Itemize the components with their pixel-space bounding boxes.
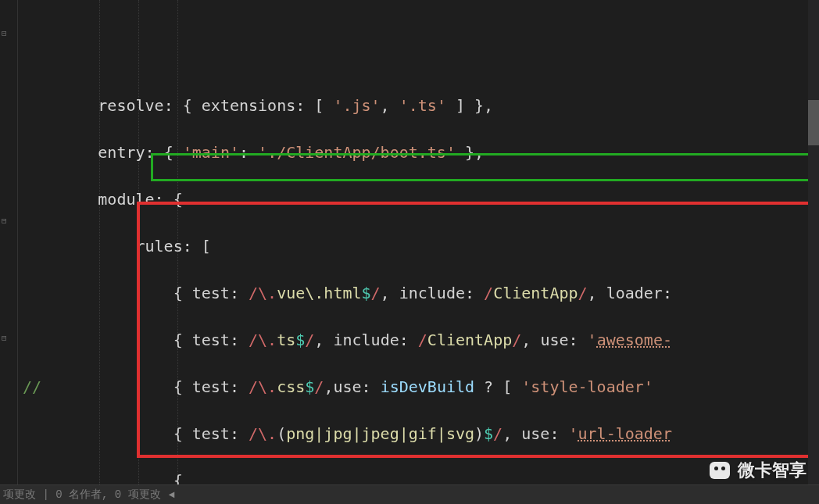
code-line: module: { [23, 188, 672, 211]
code-lines: resolve: { extensions: [ '.js', '.ts' ] … [23, 94, 672, 484]
scroll-left-icon[interactable]: ◄ [167, 489, 177, 501]
fold-marker[interactable]: ⊟ [2, 216, 7, 226]
code-editor[interactable]: ⊟ ⊟ ⊟ resolve: { extensions: [ '.js', '.… [0, 0, 819, 484]
gutter: ⊟ ⊟ ⊟ [0, 0, 18, 484]
watermark-text: 微卡智享 [738, 459, 806, 482]
code-line: // { test: /\.css$/,use: isDevBuild ? [ … [23, 375, 672, 399]
fold-marker[interactable]: ⊟ [2, 28, 7, 38]
code-line: rules: [ [23, 234, 672, 258]
vertical-scrollbar[interactable] [808, 0, 819, 484]
watermark: 微卡智享 [710, 459, 806, 482]
code-line: entry: { 'main': './ClientApp/boot.ts' }… [23, 141, 672, 164]
code-line: resolve: { extensions: [ '.js', '.ts' ] … [23, 94, 672, 117]
horizontal-scrollbar[interactable]: ◄ [167, 489, 177, 501]
code-area[interactable]: resolve: { extensions: [ '.js', '.ts' ] … [18, 0, 672, 484]
code-line: { test: /\.vue\.html$/, include: /Client… [23, 281, 672, 305]
status-bar: 项更改 | 0 名作者, 0 项更改 ◄ [0, 484, 819, 504]
code-line: { test: /\.(png|jpg|jpeg|gif|svg)$/, use… [23, 422, 672, 445]
scrollbar-thumb[interactable] [808, 100, 819, 145]
fold-marker[interactable]: ⊟ [2, 333, 7, 343]
code-line: { test: /\.ts$/, include: /ClientApp/, u… [23, 328, 672, 352]
wechat-icon [710, 462, 730, 479]
status-text: 项更改 | 0 名作者, 0 项更改 [3, 488, 161, 502]
code-line: { [23, 469, 672, 484]
